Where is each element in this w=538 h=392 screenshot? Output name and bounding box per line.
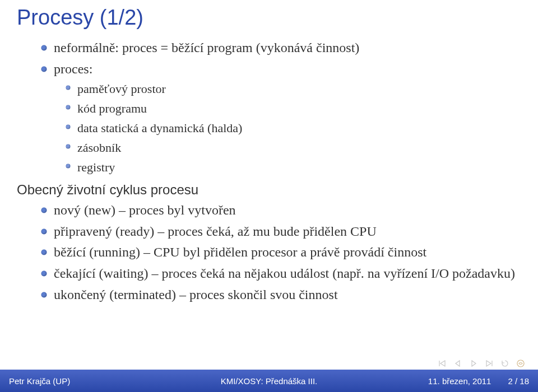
nav-last-icon[interactable] — [485, 360, 493, 367]
bullet-list-3: nový (new) – proces byl vytvořen připrav… — [41, 201, 521, 304]
list-item: zásobník — [66, 138, 521, 157]
list-item: připravený (ready) – proces čeká, až mu … — [41, 222, 521, 241]
sub-heading: Obecný životní cyklus procesu — [17, 182, 521, 198]
list-item: nový (new) – proces byl vytvořen — [41, 201, 521, 220]
nav-fullscreen-icon[interactable] — [517, 360, 525, 367]
footer-title: KMI/XOSY: Přednáška III. — [182, 376, 355, 386]
footer-page: 11. březen, 2011 2 / 18 — [356, 376, 529, 386]
list-item: paměťový prostor — [66, 80, 521, 98]
list-item: běžící (running) – CPU byl přidělen proc… — [41, 243, 521, 262]
nav-next-icon[interactable] — [470, 360, 477, 367]
slide-title: Procesy (1/2) — [17, 6, 521, 30]
bullet-list-2: paměťový prostor kód programu data stati… — [66, 80, 521, 176]
list-item: proces: paměťový prostor kód programu da… — [41, 60, 521, 177]
list-item: kód programu — [66, 99, 521, 118]
nav-toolbar — [438, 360, 525, 367]
list-item: neformálně: proces = běžící program (vyk… — [41, 39, 521, 58]
list-item-label: proces: — [54, 62, 92, 76]
list-item: data statická a dynamická (halda) — [66, 119, 521, 137]
nav-back-icon[interactable] — [501, 360, 509, 367]
bullet-list-1: neformálně: proces = běžící program (vyk… — [41, 39, 521, 176]
list-item: ukončený (terminated) – proces skončil s… — [41, 286, 521, 305]
nav-prev-icon[interactable] — [454, 360, 462, 367]
footer-author: Petr Krajča (UP) — [9, 376, 182, 386]
nav-first-icon[interactable] — [438, 360, 446, 367]
list-item: registry — [66, 158, 521, 176]
list-item: čekající (waiting) – proces čeká na něja… — [41, 264, 521, 283]
slide-footer: Petr Krajča (UP) KMI/XOSY: Přednáška III… — [0, 370, 538, 392]
